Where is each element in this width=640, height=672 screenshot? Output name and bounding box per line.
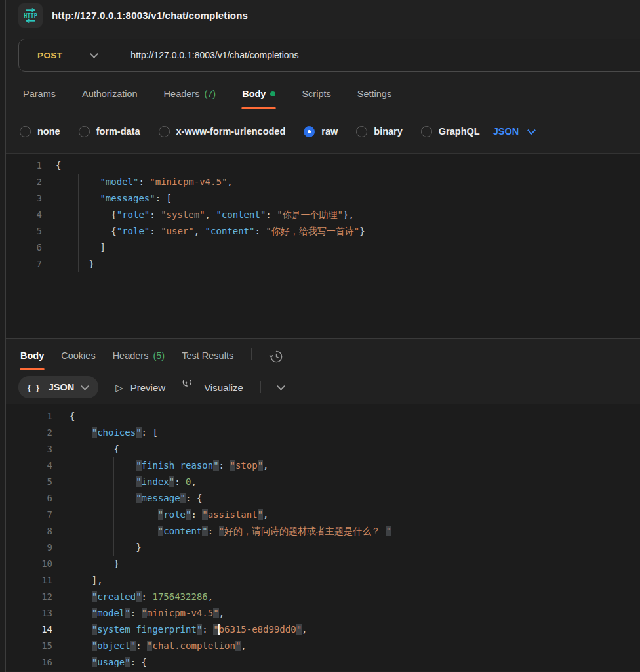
code-text: "message": { [70,490,640,507]
line-number: 12 [6,589,52,605]
response-format-dropdown[interactable]: { } JSON [18,376,98,398]
body-type-x-www-form-urlencoded[interactable]: x-www-form-urlencoded [159,126,286,137]
response-tab-cookies[interactable]: Cookies [60,350,96,370]
visualize-icon [182,380,197,394]
response-tab-test-results[interactable]: Test Results [181,350,234,370]
method-label: POST [37,51,62,60]
code-text: "model": "minicpm-v4.5", [70,605,640,621]
body-type-none[interactable]: none [20,126,60,137]
indent-guide [70,605,70,621]
radio-label: binary [374,126,403,136]
indent-guide [92,507,92,523]
body-type-binary[interactable]: binary [356,126,403,137]
request-tab-title: http://127.0.0.1:8003/v1/chat/completion… [52,10,248,21]
url-bar: POST [18,39,640,72]
indent-guide [70,556,70,572]
response-code-line-7: 7 "role": "assistant", [6,507,640,523]
code-text: "finish_reason": "stop", [70,457,640,474]
radio-icon [79,126,90,137]
request-code-line-2: 2 "model": "minicpm-v4.5", [6,174,640,190]
indent-guide [113,539,114,556]
request-tab-settings[interactable]: Settings [357,89,392,110]
visualize-label: Visualize [204,382,243,393]
indent-guide [92,490,92,507]
indent-guide [70,638,70,654]
indent-guide [92,523,92,539]
line-number: 14 [6,621,52,638]
request-tab-headers[interactable]: Headers(7) [163,89,217,110]
tabs-divider [251,348,252,360]
chevron-down-icon [90,50,98,58]
body-type-form-data[interactable]: form-data [79,126,140,137]
tab-label: Body [242,89,266,99]
indent-guide [70,425,70,441]
request-tab-body[interactable]: Body [241,89,276,110]
response-tabs: BodyCookiesHeaders(5)Test Results [6,339,640,370]
body-type-graphql[interactable]: GraphQL [421,126,480,137]
raw-format-dropdown[interactable]: JSON [493,126,535,136]
indent-guide [70,490,70,507]
indent-guide [113,457,114,474]
line-number: 8 [6,523,52,539]
indent-guide [70,621,70,638]
code-text: "system_fingerprint": "b6315-e8d99dd0", [70,621,640,638]
method-selector[interactable]: POST [19,51,113,60]
http-request-icon: HTTP [18,3,43,28]
response-code-line-9: 9 } [6,539,640,556]
radio-icon [356,126,367,137]
line-number: 9 [6,539,52,556]
code-text: ], [70,572,640,589]
body-type-row: noneform-datax-www-form-urlencodedrawbin… [6,110,640,154]
indent-guide [136,507,136,523]
code-text: } [70,539,640,556]
indent-guide [92,457,92,474]
line-number: 5 [6,223,42,240]
tab-label: Settings [357,89,391,99]
indent-guide [78,256,79,272]
response-history-button[interactable] [269,349,284,370]
indent-guide [70,589,70,605]
line-number: 5 [6,474,52,490]
response-body-editor[interactable]: 1{2 "choices": [3 {4 "finish_reason": "s… [6,404,640,671]
tab-label: Headers [164,89,200,99]
response-code-line-15: 15 "object": "chat.completion", [6,638,640,654]
indent-guide [70,572,70,589]
request-tab-params[interactable]: Params [22,89,56,110]
request-code-line-4: 4 {"role": "system", "content": "你是一个助理"… [6,207,640,223]
radio-label: raw [321,126,338,136]
response-panel: BodyCookiesHeaders(5)Test Results { } JS… [6,339,640,671]
code-text: "model": "minicpm-v4.5", [56,174,640,190]
radio-label: x-www-form-urlencoded [176,126,286,136]
indent-guide [56,223,56,240]
request-code-line-1: 1{ [6,158,640,174]
braces-icon: { } [28,383,41,392]
response-code-line-12: 12 "created": 1756432286, [6,589,640,605]
response-toolbar: { } JSON ▷ Preview Visualize [6,370,640,404]
response-tab-body[interactable]: Body [20,350,45,370]
visualize-button[interactable]: Visualize [182,380,243,394]
request-body-editor[interactable]: 1{2 "model": "minicpm-v4.5",3 "messages"… [6,154,640,338]
unsaved-changes-dot-icon [270,91,275,96]
api-client-app: HTTP http://127.0.0.1:8003/v1/chat/compl… [0,0,640,672]
response-code-line-4: 4 "finish_reason": "stop", [6,457,640,474]
chevron-down-icon [527,126,536,135]
indent-guide [113,507,114,523]
indent-guide [78,190,79,207]
response-code-line-10: 10 } [6,556,640,572]
response-tab-headers[interactable]: Headers(5) [112,350,166,370]
indent-guide [100,223,100,240]
response-code-line-16: 16 "usage": { [6,654,640,671]
more-options-chevron[interactable] [277,382,285,390]
request-tab-scripts[interactable]: Scripts [301,89,331,110]
url-input[interactable] [129,49,640,61]
preview-button[interactable]: ▷ Preview [115,382,165,393]
indent-guide [56,174,56,190]
radio-icon [20,126,31,137]
line-number: 4 [6,207,42,223]
request-tab-authorization[interactable]: Authorization [81,89,138,110]
line-number: 4 [6,457,52,474]
code-text: "object": "chat.completion", [70,638,640,654]
response-code-line-8: 8 "content": "好的，请问诗的题材或者主题是什么？ " [6,523,640,539]
body-type-raw[interactable]: raw [304,126,338,137]
left-panel-border [0,0,6,672]
